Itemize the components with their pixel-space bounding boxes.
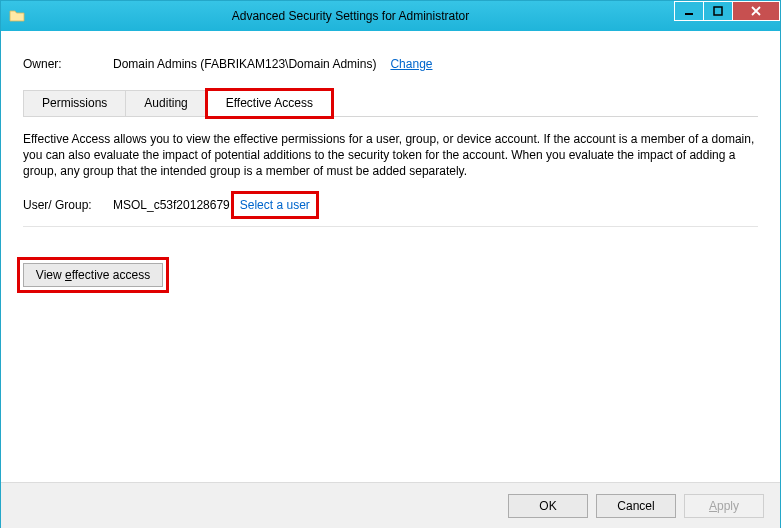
minimize-button[interactable] xyxy=(674,1,704,21)
ok-button[interactable]: OK xyxy=(508,494,588,518)
change-owner-link[interactable]: Change xyxy=(390,57,432,71)
tab-auditing[interactable]: Auditing xyxy=(126,90,206,117)
window-title: Advanced Security Settings for Administr… xyxy=(31,9,780,23)
owner-row: Owner: Domain Admins (FABRIKAM123\Domain… xyxy=(23,57,758,71)
tab-effective-access[interactable]: Effective Access xyxy=(207,90,332,117)
owner-value: Domain Admins (FABRIKAM123\Domain Admins… xyxy=(113,57,376,71)
view-effective-access-wrap: View effective access xyxy=(23,263,163,287)
user-group-label: User/ Group: xyxy=(23,198,113,212)
close-button[interactable] xyxy=(732,1,780,21)
effective-access-description: Effective Access allows you to view the … xyxy=(23,131,758,180)
content-area: Owner: Domain Admins (FABRIKAM123\Domain… xyxy=(1,31,780,287)
dialog-footer: OK Cancel Apply xyxy=(1,482,780,528)
tab-permissions[interactable]: Permissions xyxy=(23,90,126,117)
separator xyxy=(23,226,758,227)
tab-strip: Permissions Auditing Effective Access xyxy=(23,89,758,117)
owner-label: Owner: xyxy=(23,57,113,71)
titlebar: Advanced Security Settings for Administr… xyxy=(1,1,780,31)
svg-rect-0 xyxy=(685,13,693,15)
view-effective-access-button[interactable]: View effective access xyxy=(23,263,163,287)
window-controls xyxy=(675,1,780,21)
user-group-row: User/ Group: MSOL_c53f20128679 Select a … xyxy=(23,196,758,214)
cancel-button[interactable]: Cancel xyxy=(596,494,676,518)
svg-rect-1 xyxy=(714,7,722,15)
select-a-user-link[interactable]: Select a user xyxy=(236,196,314,214)
folder-icon xyxy=(9,8,25,24)
maximize-button[interactable] xyxy=(703,1,733,21)
user-group-value: MSOL_c53f20128679 xyxy=(113,198,230,212)
apply-button: Apply xyxy=(684,494,764,518)
